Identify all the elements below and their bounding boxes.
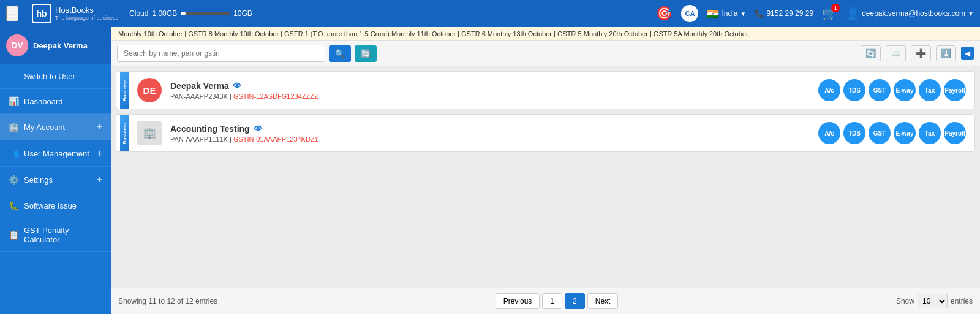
payroll-button[interactable]: Payroll bbox=[944, 79, 966, 101]
entries-label: entries bbox=[951, 297, 973, 305]
chevron-down-icon: ▼ bbox=[968, 10, 974, 17]
user-email: deepak.verma@hostbooks.com bbox=[862, 9, 965, 18]
sidebar-username: Deepak Verma bbox=[33, 41, 88, 50]
download-button[interactable]: ⬇️ bbox=[936, 45, 956, 61]
storage-total: 10GB bbox=[233, 9, 252, 18]
navbar: ☰ hb HostBooks The language of business … bbox=[0, 0, 980, 27]
search-input[interactable] bbox=[117, 45, 325, 62]
gst-button[interactable]: GST bbox=[869, 122, 891, 144]
ca-icon[interactable]: CA bbox=[681, 5, 698, 22]
pagination-info: Showing 11 to 12 of 12 entries bbox=[118, 297, 217, 305]
logo-sub: The language of business bbox=[55, 15, 118, 21]
sidebar-item-label: Switch to User bbox=[24, 72, 102, 81]
bug-icon: 🐛 bbox=[9, 201, 19, 210]
eway-button[interactable]: E-way bbox=[894, 122, 916, 144]
tax-button[interactable]: Tax bbox=[919, 122, 941, 144]
badge-label: Business bbox=[120, 115, 129, 151]
sidebar-item-label: Software Issue bbox=[24, 201, 102, 210]
per-page-select[interactable]: 10 25 50 100 bbox=[918, 294, 948, 308]
entry-info: Deepak Verma 👁 PAN-AAAPP2343K | GSTIN-12… bbox=[170, 81, 810, 100]
tds-button[interactable]: TDS bbox=[843, 122, 865, 144]
country-label: India bbox=[722, 9, 737, 18]
pagination-controls: Previous 1 2 Next bbox=[496, 293, 619, 309]
page-1-button[interactable]: 1 bbox=[542, 293, 562, 309]
sidebar-user: DV Deepak Verma bbox=[0, 27, 111, 64]
tds-button[interactable]: TDS bbox=[843, 79, 865, 101]
navbar-icons: 🎯 CA 🇮🇳 India ▼ 📞 9152 29 29 29 🛒 1 👤 de… bbox=[656, 5, 974, 22]
badge-label: Business bbox=[120, 72, 129, 109]
avatar: 🏢 bbox=[137, 121, 162, 145]
storage-fill bbox=[181, 12, 186, 15]
gst-button[interactable]: GST bbox=[869, 79, 891, 101]
payroll-button[interactable]: Payroll bbox=[944, 122, 966, 144]
avatar: DV bbox=[6, 34, 28, 56]
sidebar-item-gst-penalty-calculator[interactable]: 📋 GST Penalty Calculator bbox=[0, 218, 111, 252]
table-row: Business 🏢 Accounting Testing 👁 PAN-AAAP… bbox=[116, 114, 975, 152]
add-button[interactable]: ➕ bbox=[911, 45, 931, 61]
entry-name: Accounting Testing 👁 bbox=[170, 124, 810, 134]
user-avatar-icon: 👤 bbox=[846, 7, 859, 20]
sidebar-item-user-management[interactable]: 👥 User Management + bbox=[0, 140, 111, 167]
sidebar-item-dashboard[interactable]: 📊 Dashboard bbox=[0, 89, 111, 114]
eway-button[interactable]: E-way bbox=[894, 79, 916, 101]
sidebar-item-label: Dashboard bbox=[24, 97, 102, 106]
sidebar-item-label: My Account bbox=[24, 123, 92, 132]
next-button[interactable]: Next bbox=[587, 293, 619, 309]
cloud-button[interactable]: ☁️ bbox=[886, 45, 906, 61]
plus-icon: + bbox=[97, 148, 102, 159]
content-area: DV Deepak Verma 👤 Switch to User 📊 Dashb… bbox=[0, 27, 980, 314]
logo: hb HostBooks The language of business bbox=[27, 1, 123, 26]
plus-icon: + bbox=[97, 174, 102, 185]
chevron-down-icon: ▼ bbox=[741, 10, 747, 17]
phone-icon: 📞 bbox=[755, 9, 764, 18]
logo-box: hb bbox=[32, 4, 51, 23]
refresh-button[interactable]: 🔄 bbox=[355, 45, 377, 62]
eye-icon[interactable]: 👁 bbox=[233, 81, 241, 91]
cart-badge: 1 bbox=[831, 4, 840, 12]
addon-icon[interactable]: 🎯 bbox=[656, 6, 673, 21]
sidebar-item-my-account[interactable]: 🏢 My Account + bbox=[0, 114, 111, 140]
user-menu[interactable]: 👤 deepak.verma@hostbooks.com ▼ bbox=[846, 7, 974, 20]
user-icon: 👤 bbox=[9, 71, 19, 81]
plus-icon: + bbox=[97, 121, 102, 132]
gstin-label: GSTIN-12ASDFG1234ZZZZ bbox=[233, 93, 318, 100]
cart-icon[interactable]: 🛒 1 bbox=[822, 6, 837, 21]
entry-meta: PAN-AAAPP1111K | GSTIN-01AAAPP1234KDZ1 bbox=[170, 136, 810, 143]
page-2-button[interactable]: 2 bbox=[565, 293, 585, 309]
entry-actions: A/c TDS GST E-way Tax Payroll bbox=[818, 79, 966, 101]
show-label: Show bbox=[896, 297, 914, 305]
dashboard-icon: 📊 bbox=[9, 96, 19, 106]
logo-brand: HostBooks bbox=[55, 6, 118, 15]
tax-button[interactable]: Tax bbox=[919, 79, 941, 101]
ac-button[interactable]: A/c bbox=[818, 122, 840, 144]
phone-number: 9152 29 29 29 bbox=[766, 9, 813, 18]
ticker: Monthly 10th October | GSTR 8 Monthly 10… bbox=[111, 27, 980, 41]
collapse-button[interactable]: ◀ bbox=[961, 47, 974, 60]
toolbar: 🔍 🔄 🔄 ☁️ ➕ ⬇️ ◀ bbox=[111, 41, 980, 66]
sync-button[interactable]: 🔄 bbox=[861, 45, 881, 61]
gstin-label: GSTIN-01AAAPP1234KDZ1 bbox=[233, 136, 318, 143]
calculator-icon: 📋 bbox=[9, 230, 19, 240]
toolbar-right: 🔄 ☁️ ➕ ⬇️ ◀ bbox=[861, 45, 974, 61]
settings-icon: ⚙️ bbox=[9, 175, 19, 185]
storage-used: 1.00GB bbox=[152, 9, 177, 18]
phone-display: 📞 9152 29 29 29 bbox=[755, 9, 813, 18]
sidebar-item-software-issue[interactable]: 🐛 Software Issue bbox=[0, 193, 111, 218]
entry-name: Deepak Verma 👁 bbox=[170, 81, 810, 91]
hamburger-button[interactable]: ☰ bbox=[6, 6, 18, 21]
avatar: DE bbox=[137, 78, 162, 102]
business-badge: Business bbox=[116, 72, 132, 109]
sidebar-item-settings[interactable]: ⚙️ Settings + bbox=[0, 167, 111, 193]
country-selector[interactable]: 🇮🇳 India ▼ bbox=[707, 8, 746, 20]
sidebar-item-label: User Management bbox=[24, 149, 92, 158]
ticker-text: Monthly 10th October | GSTR 8 Monthly 10… bbox=[118, 30, 750, 37]
sidebar-item-switch-to-user[interactable]: 👤 Switch to User bbox=[0, 64, 111, 89]
eye-icon[interactable]: 👁 bbox=[254, 124, 262, 134]
entry-actions: A/c TDS GST E-way Tax Payroll bbox=[818, 122, 966, 144]
entry-meta: PAN-AAAPP2343K | GSTIN-12ASDFG1234ZZZZ bbox=[170, 93, 810, 100]
sidebar: DV Deepak Verma 👤 Switch to User 📊 Dashb… bbox=[0, 27, 111, 314]
search-button[interactable]: 🔍 bbox=[329, 45, 351, 62]
ac-button[interactable]: A/c bbox=[818, 79, 840, 101]
previous-button[interactable]: Previous bbox=[496, 293, 540, 309]
sidebar-item-label: Settings bbox=[24, 175, 92, 185]
